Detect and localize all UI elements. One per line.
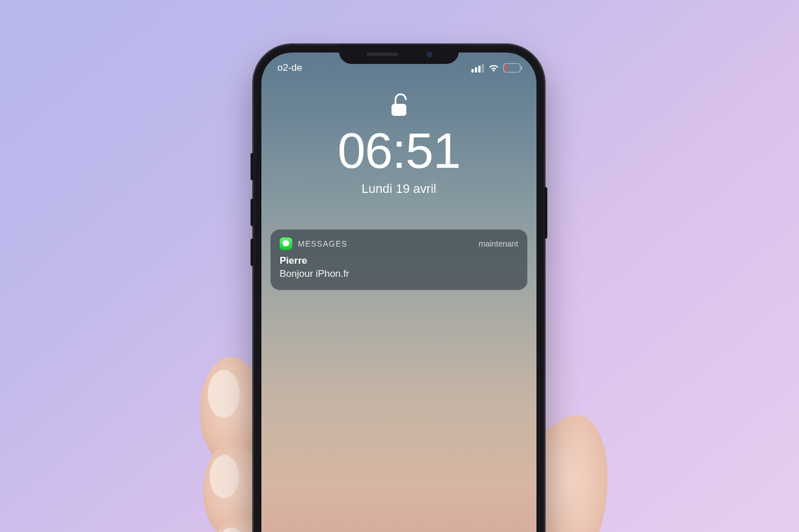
- svg-point-6: [217, 527, 245, 532]
- notification-when: maintenant: [479, 239, 518, 248]
- notification-card[interactable]: MESSAGES maintenant Pierre Bonjour iPhon…: [271, 229, 527, 290]
- notification-app-name: MESSAGES: [298, 239, 473, 248]
- carrier-label: o2-de: [277, 62, 302, 74]
- lock-screen[interactable]: o2-de 06:51 Lundi 19 avril: [261, 53, 536, 532]
- battery-icon: [503, 63, 520, 72]
- svg-point-5: [209, 455, 239, 498]
- svg-rect-8: [392, 104, 406, 116]
- unlock-icon: [389, 92, 409, 120]
- notification-message: Bonjour iPhon.fr: [280, 268, 518, 281]
- cellular-signal-icon: [471, 64, 484, 72]
- wifi-icon: [488, 64, 499, 72]
- clock-time: 06:51: [261, 126, 536, 176]
- messages-icon: [280, 237, 292, 250]
- phone-frame: o2-de 06:51 Lundi 19 avril: [253, 45, 544, 532]
- clock-date: Lundi 19 avril: [261, 182, 536, 196]
- front-camera: [427, 52, 432, 57]
- notch: [339, 45, 459, 64]
- notification-sender: Pierre: [280, 255, 518, 268]
- speaker-grille: [366, 53, 398, 56]
- svg-point-4: [208, 370, 240, 418]
